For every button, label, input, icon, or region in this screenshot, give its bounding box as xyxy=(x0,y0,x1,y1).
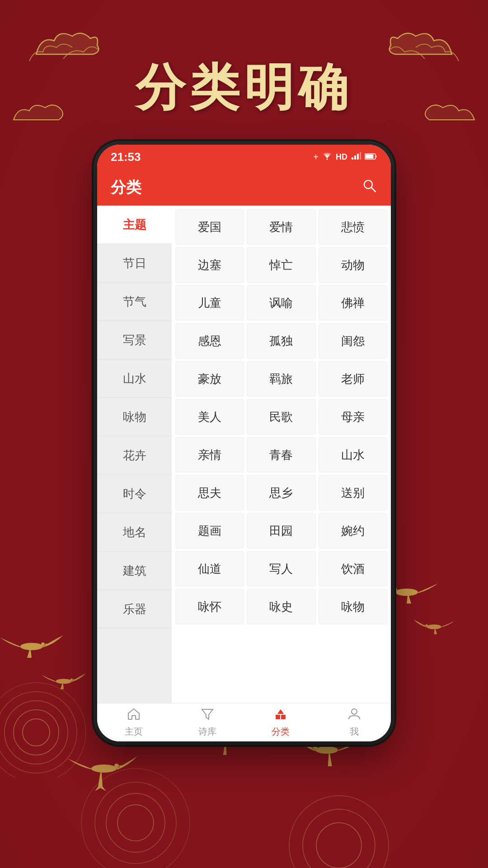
svg-point-18 xyxy=(303,809,375,868)
grid-row: 仙道 写人 饮酒 xyxy=(175,551,387,586)
sidebar-item-scenery[interactable]: 写景 xyxy=(97,321,172,359)
grid-cell-ertong[interactable]: 儿童 xyxy=(175,285,244,321)
nav-item-home[interactable]: 主页 xyxy=(97,703,171,741)
status-bar: 21:53 + HD xyxy=(97,145,391,170)
grid-row: 豪放 羁旅 老师 xyxy=(175,361,387,396)
grid-cell-yongwu[interactable]: 咏物 xyxy=(319,589,387,624)
grid-cell-yonghuai[interactable]: 咏怀 xyxy=(175,589,244,624)
grid-cell-xiaren[interactable]: 写人 xyxy=(247,551,315,586)
sidebar-item-flower[interactable]: 花卉 xyxy=(97,436,172,475)
svg-point-20 xyxy=(91,764,117,773)
grid-cell-beifan[interactable]: 悲愤 xyxy=(319,209,387,245)
grid-cell-meiren[interactable]: 美人 xyxy=(175,399,244,434)
svg-rect-37 xyxy=(276,715,280,719)
svg-rect-38 xyxy=(281,715,286,719)
grid-cell-xiandao[interactable]: 仙道 xyxy=(175,551,244,586)
svg-point-15 xyxy=(95,782,176,863)
grid-cell-tihua[interactable]: 题画 xyxy=(175,513,244,548)
svg-point-39 xyxy=(352,709,357,714)
battery-icon xyxy=(365,152,377,162)
main-content: 主题 节日 节气 写景 山水 咏物 花卉 时令 地名 建筑 乐器 爱国 爱情 悲… xyxy=(97,206,391,703)
grid-row: 边塞 悼亡 动物 xyxy=(175,247,387,283)
nav-label-profile: 我 xyxy=(350,726,359,738)
svg-point-26 xyxy=(327,159,328,160)
nav-item-library[interactable]: 诗库 xyxy=(171,703,244,741)
grid-cell-tianyuan[interactable]: 田园 xyxy=(247,513,315,548)
sidebar-item-instrument[interactable]: 乐器 xyxy=(97,590,172,628)
grid-cell-yinjiu[interactable]: 饮酒 xyxy=(319,551,387,586)
svg-point-17 xyxy=(316,823,361,868)
grid-area: 爱国 爱情 悲愤 边塞 悼亡 动物 儿童 讽喻 佛禅 感恩 孤独 闺怨 豪放 羁 xyxy=(172,206,391,703)
grid-row: 感恩 孤独 闺怨 xyxy=(175,323,387,359)
search-button[interactable] xyxy=(362,178,377,197)
grid-row: 爱国 爱情 悲愤 xyxy=(175,209,387,245)
svg-point-13 xyxy=(117,805,154,841)
sidebar: 主题 节日 节气 写景 山水 咏物 花卉 时令 地名 建筑 乐器 xyxy=(97,206,172,703)
grid-row: 题画 田园 婉约 xyxy=(175,513,387,548)
svg-point-9 xyxy=(395,589,418,596)
grid-cell-fenyu[interactable]: 讽喻 xyxy=(247,285,315,321)
grid-cell-laoshi[interactable]: 老师 xyxy=(319,361,387,396)
svg-rect-27 xyxy=(352,157,353,160)
grid-cell-qingchun[interactable]: 青春 xyxy=(247,437,315,472)
nav-item-profile[interactable]: 我 xyxy=(318,703,391,741)
status-icons: + HD xyxy=(313,152,377,162)
sidebar-item-festival[interactable]: 节日 xyxy=(97,244,172,283)
svg-point-16 xyxy=(81,769,190,868)
grid-row: 美人 民歌 母亲 xyxy=(175,399,387,434)
grid-cell-shanshui[interactable]: 山水 xyxy=(319,437,387,472)
svg-point-11 xyxy=(427,624,441,629)
svg-rect-30 xyxy=(360,152,361,160)
nav-label-home: 主页 xyxy=(125,726,143,738)
grid-cell-daowang[interactable]: 悼亡 xyxy=(247,247,315,283)
grid-cell-wanyue[interactable]: 婉约 xyxy=(319,513,387,548)
app-header-title: 分类 xyxy=(111,177,141,198)
grid-cell-qinqing[interactable]: 亲情 xyxy=(175,437,244,472)
grid-cell-dongwu[interactable]: 动物 xyxy=(319,247,387,283)
grid-cell-muqin[interactable]: 母亲 xyxy=(319,399,387,434)
svg-point-5 xyxy=(20,643,43,650)
grid-cell-ganen[interactable]: 感恩 xyxy=(175,323,244,359)
grid-cell-yongshi[interactable]: 咏史 xyxy=(247,589,315,624)
svg-point-7 xyxy=(56,679,72,684)
wifi-icon xyxy=(322,152,332,162)
grid-cell-aiguo[interactable]: 爱国 xyxy=(175,209,244,245)
nav-item-category[interactable]: 分类 xyxy=(244,703,318,741)
grid-cell-jilv[interactable]: 羁旅 xyxy=(247,361,315,396)
sidebar-item-season[interactable]: 时令 xyxy=(97,475,172,513)
svg-point-14 xyxy=(106,793,165,852)
phone-mockup: 21:53 + HD xyxy=(97,145,391,741)
status-time: 21:53 xyxy=(111,150,141,164)
page-title: 分类明确 xyxy=(0,54,488,122)
hd-icon: HD xyxy=(336,152,347,162)
sidebar-item-theme[interactable]: 主题 xyxy=(97,206,172,244)
svg-rect-28 xyxy=(354,156,356,160)
grid-cell-fochan[interactable]: 佛禅 xyxy=(319,285,387,321)
grid-cell-gudu[interactable]: 孤独 xyxy=(247,323,315,359)
grid-cell-biansai[interactable]: 边塞 xyxy=(175,247,244,283)
grid-cell-songbie[interactable]: 送别 xyxy=(319,475,387,510)
grid-cell-sifu[interactable]: 思夫 xyxy=(175,475,244,510)
grid-row: 咏怀 咏史 咏物 xyxy=(175,589,387,624)
sidebar-item-object[interactable]: 咏物 xyxy=(97,398,172,436)
svg-point-24 xyxy=(315,746,338,754)
app-header: 分类 xyxy=(97,170,391,206)
bluetooth-icon: + xyxy=(313,152,319,162)
sidebar-item-building[interactable]: 建筑 xyxy=(97,552,172,590)
grid-cell-guiyuan[interactable]: 闺怨 xyxy=(319,323,387,359)
grid-cell-sixiang[interactable]: 思乡 xyxy=(247,475,315,510)
grid-cell-haofang[interactable]: 豪放 xyxy=(175,361,244,396)
sidebar-item-solar-term[interactable]: 节气 xyxy=(97,283,172,321)
grid-row: 儿童 讽喻 佛禅 xyxy=(175,285,387,321)
sidebar-item-landscape[interactable]: 山水 xyxy=(97,359,172,398)
grid-cell-minge[interactable]: 民歌 xyxy=(247,399,315,434)
nav-label-category: 分类 xyxy=(272,726,290,738)
svg-marker-35 xyxy=(202,709,213,719)
svg-line-34 xyxy=(371,188,375,192)
svg-marker-36 xyxy=(277,709,284,714)
svg-point-19 xyxy=(289,796,389,868)
sidebar-item-place[interactable]: 地名 xyxy=(97,513,172,552)
nav-label-library: 诗库 xyxy=(198,726,216,738)
svg-rect-29 xyxy=(357,154,359,160)
grid-cell-aiqing[interactable]: 爱情 xyxy=(247,209,315,245)
